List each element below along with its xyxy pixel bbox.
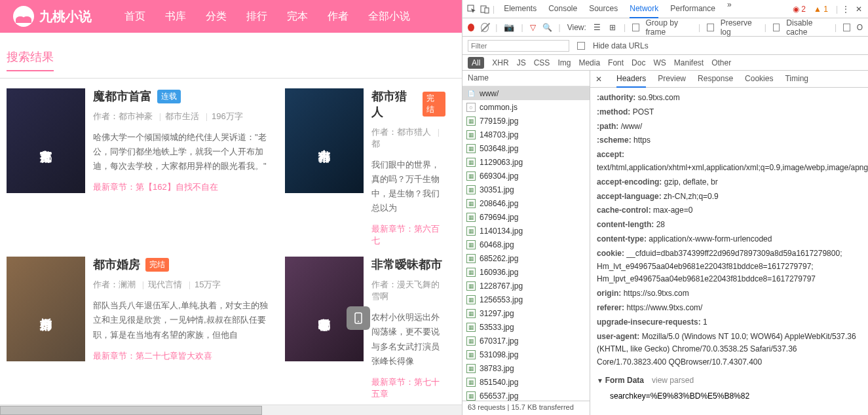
nav-item-1[interactable]: 书库	[165, 10, 186, 24]
book-title[interactable]: 都市猎人	[371, 88, 417, 120]
type-filter-media[interactable]: Media	[578, 58, 600, 67]
clear-button[interactable]	[481, 23, 489, 32]
site-logo[interactable]: 九桃小说	[13, 6, 92, 27]
warning-count[interactable]: ▲ 1	[814, 5, 828, 14]
request-row[interactable]: ▦669304.jpg	[462, 169, 590, 183]
request-row[interactable]: ▦1228767.jpg	[462, 279, 590, 293]
type-filter-all[interactable]: All	[468, 57, 484, 69]
request-row[interactable]: ▦779159.jpg	[462, 114, 590, 128]
book-category[interactable]: 都市生活	[165, 111, 199, 121]
search-icon[interactable]: 🔍	[542, 22, 552, 33]
details-tab-preview[interactable]: Preview	[658, 71, 686, 88]
type-filter-js[interactable]: JS	[517, 58, 526, 67]
screenshot-icon[interactable]: 📷	[504, 22, 514, 32]
details-tab-headers[interactable]: Headers	[616, 71, 646, 88]
type-filter-doc[interactable]: Doc	[632, 58, 645, 67]
request-row[interactable]: ▦30351.jpg	[462, 183, 590, 196]
request-row[interactable]: ▦656537.jpg	[462, 389, 590, 401]
request-row[interactable]: ▦148703.jpg	[462, 128, 590, 141]
request-row[interactable]: ▦685262.jpg	[462, 251, 590, 265]
type-filter-xhr[interactable]: XHR	[492, 58, 508, 67]
request-row[interactable]: ▦1129063.jpg	[462, 155, 590, 169]
filter-input[interactable]	[468, 40, 569, 52]
form-data-section[interactable]: Form Dataview parsed	[597, 374, 861, 388]
device-toolbar-icon[interactable]	[480, 4, 490, 14]
book-category[interactable]: 都	[371, 139, 380, 149]
request-row[interactable]: ▦1256553.jpg	[462, 293, 590, 306]
devtools-tab-sources[interactable]: Sources	[589, 0, 618, 18]
overview-icon[interactable]: ⊞	[608, 22, 617, 33]
group-by-frame-checkbox[interactable]	[632, 24, 639, 31]
type-filter-manifest[interactable]: Manifest	[674, 58, 704, 67]
request-row[interactable]: ▦679694.jpg	[462, 210, 590, 224]
nav-item-0[interactable]: 首页	[124, 10, 145, 24]
type-filter-other[interactable]: Other	[711, 58, 731, 67]
request-row[interactable]: ▦53533.jpg	[462, 320, 590, 334]
devtools-tab-performance[interactable]: Performance	[670, 0, 715, 18]
request-row[interactable]: ▦503648.jpg	[462, 141, 590, 155]
horizontal-scrollbar[interactable]	[0, 405, 462, 415]
hide-data-urls-label[interactable]: Hide data URLs	[593, 41, 649, 50]
close-devtools-icon[interactable]: ✕	[854, 4, 864, 14]
type-filter-font[interactable]: Font	[608, 58, 624, 67]
book-latest-chapter[interactable]: 最新章节：第七十五章	[371, 376, 445, 400]
preserve-log-checkbox[interactable]	[707, 24, 713, 31]
type-filter-ws[interactable]: WS	[653, 58, 666, 67]
error-count[interactable]: ◉ 2	[793, 5, 806, 14]
preserve-log-label[interactable]: Preserve log	[721, 18, 758, 37]
book-author[interactable]: 都市猎人	[397, 127, 431, 137]
request-row[interactable]: ▦851540.jpg	[462, 375, 590, 389]
nav-item-4[interactable]: 完本	[287, 10, 308, 24]
devtools-tab-console[interactable]: Console	[548, 0, 577, 18]
disable-cache-checkbox[interactable]	[773, 24, 780, 31]
nav-item-6[interactable]: 全部小说	[368, 10, 410, 24]
devtools-tab-network[interactable]: Network	[630, 0, 658, 18]
mobile-view-button[interactable]	[347, 306, 370, 330]
nav-item-5[interactable]: 作者	[328, 10, 349, 24]
details-tab-response[interactable]: Response	[698, 71, 733, 88]
more-menu-icon[interactable]: ⋮	[840, 4, 851, 14]
request-row[interactable]: ▦208646.jpg	[462, 196, 590, 210]
type-filter-img[interactable]: Img	[557, 58, 571, 67]
offline-checkbox[interactable]	[843, 24, 850, 31]
request-row[interactable]: ▦160936.jpg	[462, 265, 590, 279]
request-row[interactable]: ▦1140134.jpg	[462, 224, 590, 238]
nav-item-3[interactable]: 排行	[246, 10, 267, 24]
book-title[interactable]: 都市婚房	[93, 257, 140, 272]
more-tabs-icon[interactable]: »	[727, 0, 732, 18]
request-row[interactable]: 📄www/	[462, 86, 590, 100]
type-filter-css[interactable]: CSS	[534, 58, 550, 67]
inspect-element-icon[interactable]	[466, 4, 477, 14]
scrollbar-thumb[interactable]	[0, 406, 262, 415]
close-details-icon[interactable]: ✕	[595, 75, 602, 84]
name-column-header[interactable]: Name	[462, 71, 590, 86]
request-row[interactable]: ▦38783.jpg	[462, 361, 590, 375]
view-parsed-link[interactable]: view parsed	[652, 376, 694, 385]
details-tab-cookies[interactable]: Cookies	[745, 71, 773, 88]
hide-data-urls-checkbox[interactable]	[577, 42, 585, 50]
request-row[interactable]: ▦60468.jpg	[462, 238, 590, 251]
large-rows-icon[interactable]: ☰	[593, 22, 602, 33]
book-title[interactable]: 魔都市首富	[93, 88, 152, 104]
book-category[interactable]: 现代言情	[148, 280, 182, 289]
details-tab-timing[interactable]: Timing	[785, 71, 808, 88]
book-latest-chapter[interactable]: 最新章节：第【162】自找不自在	[93, 181, 272, 193]
book-author[interactable]: 澜潮	[119, 280, 136, 289]
book-cover[interactable]: 魔都市首富	[7, 88, 85, 193]
book-title[interactable]: 非常暧昧都市	[371, 257, 442, 272]
book-cover[interactable]: 都市猎人	[285, 88, 364, 193]
request-row[interactable]: ○common.js	[462, 100, 590, 114]
request-row[interactable]: ▦670317.jpg	[462, 334, 590, 348]
book-author[interactable]: 都市神豪	[119, 111, 153, 121]
disable-cache-label[interactable]: Disable cache	[786, 18, 828, 37]
record-button[interactable]	[468, 24, 474, 31]
request-row[interactable]: ▦531098.jpg	[462, 348, 590, 361]
group-by-frame-label[interactable]: Group by frame	[646, 18, 692, 37]
devtools-tab-elements[interactable]: Elements	[504, 0, 537, 18]
book-latest-chapter[interactable]: 最新章节：第二十七章皆大欢喜	[93, 350, 272, 362]
filter-toggle-icon[interactable]: ▽	[530, 23, 536, 32]
nav-item-2[interactable]: 分类	[206, 10, 227, 24]
book-cover[interactable]: 都市婚房	[7, 257, 85, 361]
book-latest-chapter[interactable]: 最新章节：第六百七	[371, 223, 445, 247]
request-row[interactable]: ▦31297.jpg	[462, 306, 590, 320]
